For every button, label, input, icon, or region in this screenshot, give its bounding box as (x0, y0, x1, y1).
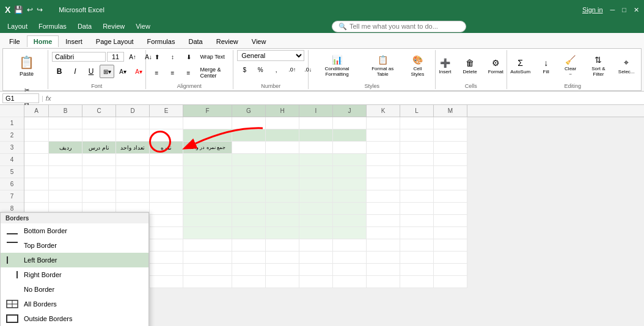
cell-m3[interactable] (434, 142, 467, 154)
row-num-4[interactable]: 4 (0, 154, 24, 166)
cell-e10[interactable] (150, 227, 183, 239)
border-right-item[interactable]: Right Border (1, 267, 148, 282)
cell-f2[interactable] (183, 129, 232, 142)
cell-h9[interactable] (266, 215, 299, 227)
formula-input[interactable] (53, 95, 642, 102)
row-num-6[interactable]: 6 (0, 178, 24, 190)
cell-f14[interactable] (183, 276, 232, 288)
cell-c7[interactable] (82, 190, 116, 203)
cell-d3[interactable]: تعداد واحد (116, 142, 150, 154)
cell-f6[interactable] (183, 178, 232, 190)
cell-k7[interactable] (367, 190, 400, 203)
cell-j9[interactable] (333, 215, 367, 227)
cell-j14[interactable] (333, 276, 367, 288)
align-right-button[interactable]: ≡ (181, 66, 196, 79)
menu-review[interactable]: Review (98, 21, 130, 31)
cell-l6[interactable] (400, 178, 434, 190)
cell-e3[interactable]: نمره (150, 142, 183, 154)
cell-g12[interactable] (232, 252, 266, 264)
cell-k4[interactable] (367, 154, 400, 166)
cell-f10[interactable] (183, 227, 232, 239)
cell-k13[interactable] (367, 264, 400, 276)
cell-i5[interactable] (299, 166, 333, 178)
paste-button[interactable]: 📋 Paste (15, 50, 38, 82)
cell-a4[interactable] (24, 154, 49, 166)
cell-b4[interactable] (49, 154, 82, 166)
font-color-button[interactable]: A▾ (131, 65, 146, 78)
cell-i13[interactable] (299, 264, 333, 276)
cell-l13[interactable] (400, 264, 434, 276)
cell-h1[interactable] (266, 117, 299, 129)
menu-formulas[interactable]: Formulas (34, 21, 71, 31)
cell-l4[interactable] (400, 154, 434, 166)
tab-home[interactable]: Home (27, 35, 59, 47)
cell-m10[interactable] (434, 227, 467, 239)
cell-m1[interactable] (434, 117, 467, 129)
cell-k2[interactable] (367, 129, 400, 142)
cell-m11[interactable] (434, 239, 467, 252)
cell-k6[interactable] (367, 178, 400, 190)
tab-data[interactable]: Data (181, 35, 209, 47)
cell-b3[interactable]: ردیف (49, 142, 82, 154)
cell-e1[interactable] (150, 117, 183, 129)
menu-view[interactable]: View (131, 21, 155, 31)
cell-j2[interactable] (333, 129, 367, 142)
cell-g6[interactable] (232, 178, 266, 190)
cell-g2[interactable] (232, 129, 266, 142)
cell-i9[interactable] (299, 215, 333, 227)
cell-i3[interactable] (299, 142, 333, 154)
col-header-j[interactable]: J (333, 105, 367, 117)
cell-b6[interactable] (49, 178, 82, 190)
wrap-text-button[interactable]: Wrap Text (197, 50, 228, 63)
cell-f1[interactable] (183, 117, 232, 129)
cell-g8[interactable] (232, 203, 266, 215)
cell-g13[interactable] (232, 264, 266, 276)
cell-l8[interactable] (400, 203, 434, 215)
cell-g3[interactable] (232, 142, 266, 154)
col-header-k[interactable]: K (367, 105, 400, 117)
cell-c1[interactable] (82, 117, 116, 129)
cell-m6[interactable] (434, 178, 467, 190)
fill-button[interactable]: ↓ Fill (535, 50, 557, 82)
cell-l5[interactable] (400, 166, 434, 178)
cell-h14[interactable] (266, 276, 299, 288)
cell-f12[interactable] (183, 252, 232, 264)
cell-b7[interactable] (49, 190, 82, 203)
cell-h12[interactable] (266, 252, 299, 264)
cell-k3[interactable] (367, 142, 400, 154)
format-button[interactable]: ⚙ Format (484, 50, 508, 82)
col-header-c[interactable]: C (82, 105, 116, 117)
cell-f5[interactable] (183, 166, 232, 178)
cell-e12[interactable] (150, 252, 183, 264)
border-left-item[interactable]: Left Border (1, 253, 148, 267)
cell-a5[interactable] (24, 166, 49, 178)
col-header-d[interactable]: D (116, 105, 150, 117)
cell-m4[interactable] (434, 154, 467, 166)
cell-k9[interactable] (367, 215, 400, 227)
cell-g9[interactable] (232, 215, 266, 227)
cell-j4[interactable] (333, 154, 367, 166)
cell-c5[interactable] (82, 166, 116, 178)
autosum-button[interactable]: Σ AutoSum (508, 50, 533, 82)
cell-e6[interactable] (150, 178, 183, 190)
cell-m2[interactable] (434, 129, 467, 142)
cell-c4[interactable] (82, 154, 116, 166)
cell-e11[interactable] (150, 239, 183, 252)
conditional-formatting-button[interactable]: 📊 Conditional Formatting (312, 50, 361, 82)
cell-j11[interactable] (333, 239, 367, 252)
cell-i6[interactable] (299, 178, 333, 190)
col-header-g[interactable]: G (232, 105, 266, 117)
cell-k14[interactable] (367, 276, 400, 288)
format-as-table-button[interactable]: 📋 Format as Table (364, 50, 401, 82)
cell-f7[interactable] (183, 190, 232, 203)
cell-h7[interactable] (266, 190, 299, 203)
cell-m9[interactable] (434, 215, 467, 227)
cell-g4[interactable] (232, 154, 266, 166)
cell-g5[interactable] (232, 166, 266, 178)
cell-i8[interactable] (299, 203, 333, 215)
menu-layout[interactable]: Layout (2, 21, 32, 31)
col-header-h[interactable]: H (266, 105, 299, 117)
cell-f13[interactable] (183, 264, 232, 276)
align-center-button[interactable]: ≡ (166, 66, 180, 79)
cell-i2[interactable] (299, 129, 333, 142)
